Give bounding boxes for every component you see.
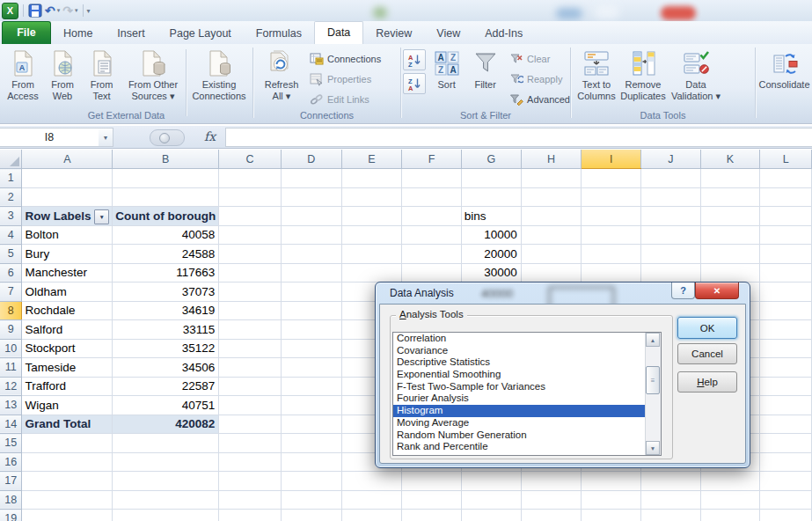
cell-K6[interactable] [700, 263, 760, 283]
analysis-tool-descriptive-statistics[interactable]: Descriptive Statistics [393, 356, 645, 369]
cell-C13[interactable] [219, 396, 282, 415]
cell-K18[interactable] [700, 490, 760, 510]
column-header-D[interactable]: D [281, 150, 341, 169]
dialog-help-icon[interactable]: ? [671, 283, 695, 299]
cell-E3[interactable] [341, 207, 402, 226]
cell-H4[interactable] [521, 225, 582, 245]
row-header-17[interactable]: 17 [0, 472, 22, 491]
cell-C5[interactable] [219, 245, 282, 264]
formula-bar-options[interactable] [150, 129, 185, 146]
cell-A11[interactable]: Tameside [22, 358, 113, 378]
name-box[interactable]: I8 [0, 128, 99, 147]
cell-L15[interactable] [760, 434, 812, 453]
cell-D5[interactable] [281, 245, 341, 264]
column-header-B[interactable]: B [113, 150, 219, 169]
cell-I2[interactable] [582, 187, 641, 207]
cell-G18[interactable] [461, 490, 521, 510]
cell-J4[interactable] [640, 225, 700, 245]
cell-G5[interactable]: 20000 [461, 245, 521, 264]
cell-L1[interactable] [760, 169, 812, 188]
cell-F2[interactable] [402, 187, 462, 207]
cell-I19[interactable] [582, 510, 641, 521]
redo-dropdown-icon[interactable]: ▾ [75, 7, 78, 14]
tab-add-ins[interactable]: Add-Ins [472, 23, 535, 44]
cell-K19[interactable] [700, 510, 760, 521]
help-button[interactable]: Help [677, 371, 737, 393]
cell-K3[interactable] [700, 207, 760, 226]
sort-descending-button[interactable]: ZA [403, 73, 426, 94]
cell-H18[interactable] [521, 490, 582, 510]
column-header-K[interactable]: K [700, 150, 760, 169]
cell-B14[interactable]: 420082 [113, 415, 219, 434]
from-other-sources-button[interactable]: From Other Sources ▾ [121, 48, 185, 102]
cell-H5[interactable] [521, 245, 582, 264]
tab-insert[interactable]: Insert [105, 23, 157, 44]
cell-F17[interactable] [402, 472, 462, 491]
row-header-15[interactable]: 15 [0, 434, 22, 453]
cell-A7[interactable]: Oldham [22, 283, 113, 302]
cell-C6[interactable] [219, 263, 282, 283]
cell-H17[interactable] [521, 472, 582, 491]
excel-logo-icon[interactable]: X [2, 3, 18, 19]
cell-E5[interactable] [341, 245, 402, 264]
column-header-L[interactable]: L [760, 150, 812, 169]
cell-D6[interactable] [281, 263, 341, 283]
customize-qat-icon[interactable]: ▾ [87, 7, 91, 15]
cell-L4[interactable] [760, 225, 812, 245]
tab-review[interactable]: Review [363, 23, 424, 44]
cell-K1[interactable] [700, 169, 760, 188]
cell-I5[interactable] [582, 245, 641, 264]
cell-I3[interactable] [582, 207, 641, 226]
row-header-12[interactable]: 12 [0, 377, 22, 396]
cell-H1[interactable] [521, 169, 582, 188]
cell-A5[interactable]: Bury [22, 245, 113, 264]
cell-C16[interactable] [219, 452, 282, 472]
cell-I6[interactable] [582, 263, 641, 283]
data-validation-button[interactable]: Data Validation ▾ [667, 48, 725, 102]
cell-L19[interactable] [760, 510, 812, 521]
cell-C19[interactable] [219, 510, 282, 521]
cell-A13[interactable]: Wigan [22, 396, 113, 415]
cell-E18[interactable] [341, 490, 402, 510]
from-access-button[interactable]: A From Access [3, 48, 43, 102]
cell-D12[interactable] [281, 377, 341, 396]
select-all-corner[interactable] [0, 150, 22, 169]
cell-L10[interactable] [760, 339, 812, 358]
connections-button[interactable]: Connections [310, 49, 381, 69]
cell-A6[interactable]: Manchester [22, 263, 113, 283]
cell-E17[interactable] [341, 472, 402, 491]
row-header-6[interactable]: 6 [0, 263, 22, 283]
analysis-tool-correlation[interactable]: Correlation [393, 333, 645, 345]
cell-B18[interactable] [113, 490, 219, 510]
refresh-all-button[interactable]: Refresh All ▾ [259, 48, 304, 102]
cell-A8[interactable]: Rochdale [22, 301, 113, 320]
name-box-dropdown-icon[interactable]: ▼ [99, 128, 113, 147]
dialog-close-icon[interactable]: ✕ [695, 283, 739, 299]
column-header-G[interactable]: G [461, 150, 521, 169]
ok-button[interactable]: OK [677, 317, 737, 339]
cell-B12[interactable]: 22587 [113, 377, 219, 396]
filter-button[interactable]: Filter [465, 48, 506, 91]
insert-function-icon[interactable]: fx [204, 129, 216, 143]
cell-C3[interactable] [219, 207, 282, 226]
column-header-H[interactable]: H [521, 150, 582, 169]
cell-I17[interactable] [582, 472, 641, 491]
cell-G19[interactable] [461, 510, 521, 521]
cell-G17[interactable] [461, 472, 521, 491]
row-header-7[interactable]: 7 [0, 283, 22, 302]
row-header-4[interactable]: 4 [0, 225, 22, 245]
cell-A2[interactable] [22, 187, 113, 207]
cell-A3[interactable]: Row Labels▼ [22, 207, 113, 226]
cell-A1[interactable] [22, 169, 113, 188]
cell-G4[interactable]: 10000 [461, 225, 521, 245]
cell-L8[interactable] [760, 301, 812, 320]
analysis-tool-histogram[interactable]: Histogram [393, 405, 645, 417]
column-header-F[interactable]: F [402, 150, 462, 169]
analysis-tool-moving-average[interactable]: Moving Average [393, 417, 645, 429]
analysis-tool-random-number-generation[interactable]: Random Number Generation [393, 429, 645, 442]
column-header-I[interactable]: I [582, 150, 641, 169]
cell-A15[interactable] [22, 434, 113, 453]
row-header-9[interactable]: 9 [0, 320, 22, 340]
analysis-tool-exponential-smoothing[interactable]: Exponential Smoothing [393, 369, 645, 381]
cell-D14[interactable] [281, 415, 341, 434]
